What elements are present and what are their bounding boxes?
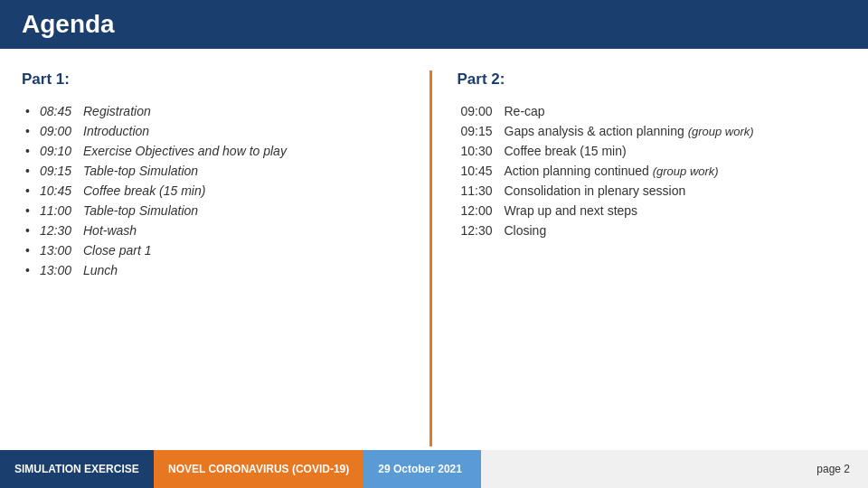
description: Close part 1 <box>80 240 411 260</box>
list-item: 10:45 Action planning continued (group w… <box>458 161 847 181</box>
time: 12:30 <box>36 221 80 240</box>
time: 10:30 <box>458 141 501 161</box>
part1-title: Part 1: <box>22 70 411 89</box>
bullet: • <box>22 101 36 121</box>
description: Table-top Simulation <box>80 161 411 181</box>
time: 11:00 <box>36 201 80 221</box>
page-header: Agenda <box>0 0 868 49</box>
footer: SIMULATION EXERCISE NOVEL CORONAVIRUS (C… <box>0 450 868 488</box>
list-item: 09:00 Re-cap <box>458 101 847 121</box>
list-item: • 10:45 Coffee break (15 min) <box>22 181 411 201</box>
list-item: • 09:00 Introduction <box>22 121 411 141</box>
part1-table: • 08:45 Registration • 09:00 Introductio… <box>22 101 411 280</box>
time: 12:00 <box>458 201 501 221</box>
footer-seg1: SIMULATION EXERCISE <box>0 450 154 488</box>
description: Lunch <box>80 260 411 280</box>
part2-table: 09:00 Re-cap 09:15 Gaps analysis & actio… <box>458 101 847 240</box>
time: 10:45 <box>36 181 80 201</box>
list-item: 12:00 Wrap up and next steps <box>458 201 847 221</box>
part1-section: Part 1: • 08:45 Registration • 09:00 Int… <box>22 70 432 446</box>
list-item: • 08:45 Registration <box>22 101 411 121</box>
footer-page: page 2 <box>816 463 850 475</box>
description: Coffee break (15 min) <box>80 181 411 201</box>
description: Action planning continued (group work) <box>501 161 847 181</box>
bullet: • <box>22 121 36 141</box>
bullet: • <box>22 201 36 221</box>
header-title: Agenda <box>22 10 115 39</box>
bullet: • <box>22 221 36 240</box>
main-content: Part 1: • 08:45 Registration • 09:00 Int… <box>0 49 868 446</box>
list-item: • 09:15 Table-top Simulation <box>22 161 411 181</box>
time: 08:45 <box>36 101 80 121</box>
list-item: 09:15 Gaps analysis & action planning (g… <box>458 121 847 141</box>
part2-section: Part 2: 09:00 Re-cap 09:15 Gaps analysis… <box>432 70 847 446</box>
time: 13:00 <box>36 240 80 260</box>
list-item: 10:30 Coffee break (15 min) <box>458 141 847 161</box>
bullet: • <box>22 260 36 280</box>
description: Closing <box>501 221 847 240</box>
list-item: • 09:10 Exercise Objectives and how to p… <box>22 141 411 161</box>
part2-title: Part 2: <box>458 70 847 89</box>
footer-seg3: 29 October 2021 <box>363 450 481 488</box>
description: Re-cap <box>501 101 847 121</box>
list-item: 12:30 Closing <box>458 221 847 240</box>
time: 09:00 <box>36 121 80 141</box>
time: 12:30 <box>458 221 501 240</box>
time: 09:10 <box>36 141 80 161</box>
bullet: • <box>22 181 36 201</box>
description: Hot-wash <box>80 221 411 240</box>
description: Table-top Simulation <box>80 201 411 221</box>
footer-right: page 2 <box>481 450 868 488</box>
description: Gaps analysis & action planning (group w… <box>501 121 847 141</box>
description: Consolidation in plenary session <box>501 181 847 201</box>
time: 09:00 <box>458 101 501 121</box>
description: Registration <box>80 101 411 121</box>
description: Introduction <box>80 121 411 141</box>
time: 13:00 <box>36 260 80 280</box>
time: 09:15 <box>36 161 80 181</box>
bullet: • <box>22 240 36 260</box>
description: Exercise Objectives and how to play <box>80 141 411 161</box>
footer-seg2: NOVEL CORONAVIRUS (COVID-19) <box>154 450 363 488</box>
bullet: • <box>22 141 36 161</box>
description: Coffee break (15 min) <box>501 141 847 161</box>
list-item: • 13:00 Lunch <box>22 260 411 280</box>
list-item: • 12:30 Hot-wash <box>22 221 411 240</box>
time: 10:45 <box>458 161 501 181</box>
group-work-label: (group work) <box>653 164 719 178</box>
bullet: • <box>22 161 36 181</box>
time: 09:15 <box>458 121 501 141</box>
list-item: • 13:00 Close part 1 <box>22 240 411 260</box>
list-item: 11:30 Consolidation in plenary session <box>458 181 847 201</box>
time: 11:30 <box>458 181 501 201</box>
list-item: • 11:00 Table-top Simulation <box>22 201 411 221</box>
group-work-label: (group work) <box>688 125 754 138</box>
description: Wrap up and next steps <box>501 201 847 221</box>
